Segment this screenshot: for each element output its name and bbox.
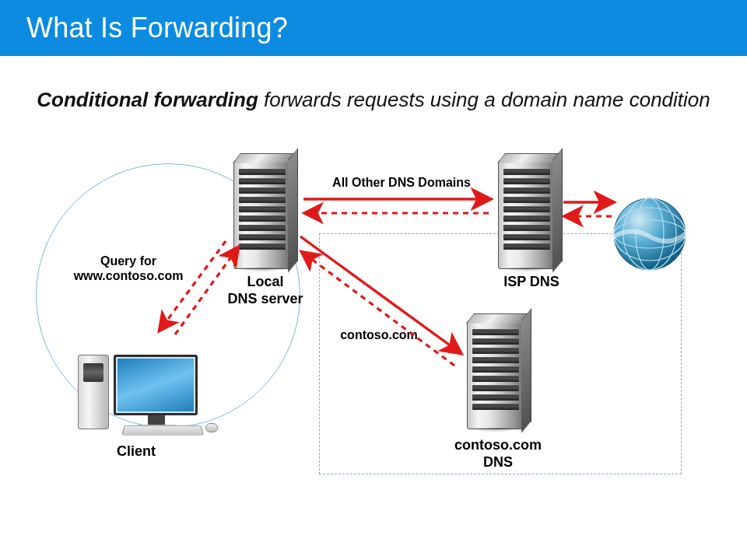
title-bar: What Is Forwarding? bbox=[0, 0, 747, 56]
label-query: Query for www.contoso.com bbox=[54, 254, 202, 283]
globe-icon bbox=[607, 191, 693, 277]
subtitle-rest: forwards requests using a domain name co… bbox=[258, 88, 710, 111]
isp-dns-server-icon bbox=[498, 160, 556, 269]
subtitle-bold: Conditional forwarding bbox=[37, 88, 258, 111]
local-dns-server-icon bbox=[233, 160, 291, 269]
contoso-dns-server-icon bbox=[467, 320, 524, 429]
label-contoso-dns: contoso.com DNS bbox=[428, 437, 568, 471]
label-contoso: contoso.com bbox=[321, 328, 437, 342]
label-client: Client bbox=[93, 443, 179, 460]
label-local-dns: Local DNS server bbox=[207, 274, 324, 307]
label-all-other: All Other DNS Domains bbox=[310, 176, 493, 190]
slide-subtitle: Conditional forwarding forwards requests… bbox=[0, 87, 747, 113]
client-pc-icon bbox=[78, 333, 214, 434]
label-isp-dns: ISP DNS bbox=[473, 274, 590, 290]
slide-title: What Is Forwarding? bbox=[26, 12, 288, 44]
